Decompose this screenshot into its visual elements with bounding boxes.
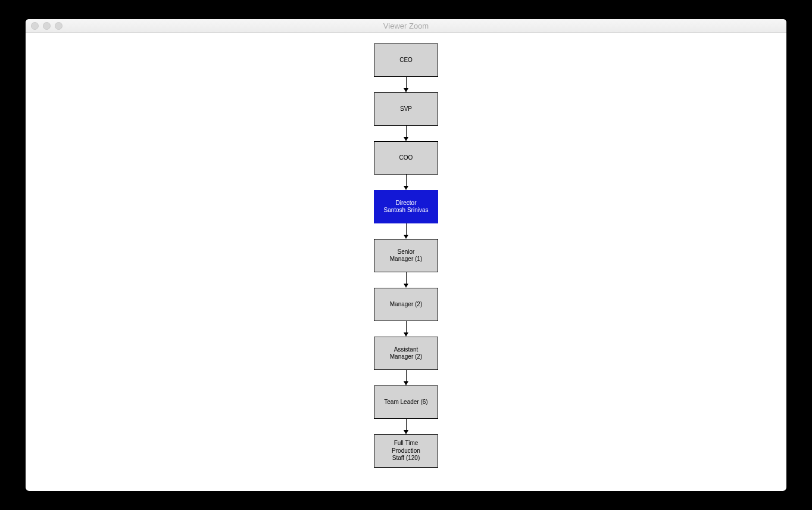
arrow-down-icon: [404, 77, 408, 92]
minimize-icon[interactable]: [43, 22, 51, 30]
org-chart-diagram: CEOSVPCOODirector Santosh SrinivasSenior…: [374, 43, 438, 468]
close-icon[interactable]: [31, 22, 39, 30]
org-node-label: Manager (2): [390, 301, 422, 309]
window-content: CEOSVPCOODirector Santosh SrinivasSenior…: [26, 33, 786, 491]
org-node[interactable]: Senior Manager (1): [374, 239, 438, 272]
org-node-label: CEO: [399, 57, 413, 64]
titlebar[interactable]: Viewer Zoom: [26, 19, 786, 33]
org-node-label: Assistant Manager (2): [390, 346, 422, 361]
org-node[interactable]: Assistant Manager (2): [374, 337, 438, 370]
org-node[interactable]: COO: [374, 141, 438, 175]
arrow-down-icon: [404, 223, 408, 239]
arrow-down-icon: [404, 321, 408, 337]
arrow-down-icon: [404, 175, 408, 190]
org-node-label: Team Leader (6): [384, 399, 427, 406]
org-node-label: COO: [399, 154, 413, 162]
window-title: Viewer Zoom: [26, 21, 786, 30]
org-node[interactable]: SVP: [374, 92, 438, 126]
org-node-label: Full Time Production Staff (120): [392, 440, 420, 462]
arrow-down-icon: [404, 419, 408, 434]
traffic-lights: [26, 22, 63, 30]
arrow-down-icon: [404, 272, 408, 288]
org-node[interactable]: Manager (2): [374, 288, 438, 321]
org-node-label: Director Santosh Srinivas: [383, 200, 428, 214]
window: Viewer Zoom CEOSVPCOODirector Santosh Sr…: [26, 19, 786, 491]
arrow-down-icon: [404, 370, 408, 385]
arrow-down-icon: [404, 126, 408, 141]
zoom-icon[interactable]: [55, 22, 63, 30]
org-node-label: Senior Manager (1): [390, 248, 422, 263]
org-node[interactable]: Director Santosh Srinivas: [374, 190, 438, 223]
org-node-label: SVP: [400, 105, 412, 113]
org-node[interactable]: Team Leader (6): [374, 385, 438, 419]
org-node[interactable]: Full Time Production Staff (120): [374, 434, 438, 468]
org-node[interactable]: CEO: [374, 43, 438, 77]
